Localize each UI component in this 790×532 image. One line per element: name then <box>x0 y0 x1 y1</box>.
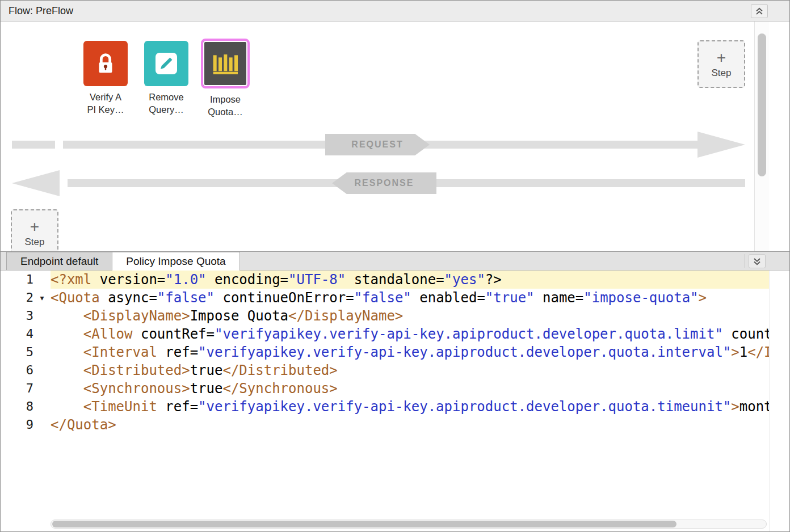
line-gutter: 4 <box>1 325 51 343</box>
collapse-editor-panel-button[interactable] <box>749 254 766 268</box>
request-arrowhead-icon <box>697 132 745 158</box>
horizontal-scrollbar-thumb[interactable] <box>52 521 676 527</box>
fold-spacer <box>33 416 51 434</box>
response-arrowhead-icon <box>12 170 60 196</box>
token-plain <box>51 308 83 324</box>
token-tag: > <box>731 344 739 360</box>
code-text[interactable]: <DisplayName>Impose Quota</DisplayName> <box>51 307 789 325</box>
code-text[interactable]: <Distributed>true</Distributed> <box>51 361 789 379</box>
code-area[interactable]: 1<?xml version="1.0" encoding="UTF-8" st… <box>1 271 789 434</box>
tab-bar-divider <box>745 254 745 268</box>
flow-scrollbar-thumb[interactable] <box>758 33 766 176</box>
line-number: 2 <box>1 289 33 307</box>
code-text[interactable]: <TimeUnit ref="verifyapikey.verify-api-k… <box>51 398 789 416</box>
token-str: "impose-quota" <box>583 290 698 306</box>
token-tag: <DisplayName> <box>83 308 190 324</box>
token-attr: version= <box>100 272 166 288</box>
editor-right-gutter <box>769 271 789 531</box>
token-tag: > <box>731 399 739 415</box>
line-number: 1 <box>1 271 33 289</box>
fold-spacer <box>33 307 51 325</box>
code-line[interactable]: 3 <DisplayName>Impose Quota</DisplayName… <box>1 307 789 325</box>
flow-canvas: Verify A PI Key… Remove Query… <box>1 22 789 251</box>
fold-spacer <box>33 271 51 289</box>
token-tag: <Allow <box>83 326 133 342</box>
code-text[interactable]: </Quota> <box>51 416 789 434</box>
token-text: true <box>190 362 223 378</box>
add-step-button-response[interactable]: + Step <box>11 209 58 251</box>
token-attr: ?> <box>485 272 502 288</box>
horizontal-scrollbar[interactable] <box>51 520 767 529</box>
token-tag: </Distributed> <box>222 362 337 378</box>
fold-spacer <box>33 343 51 361</box>
token-plain <box>51 344 83 360</box>
code-text[interactable]: <?xml version="1.0" encoding="UTF-8" sta… <box>51 271 789 289</box>
editor-tab-bar: Endpoint default Policy Impose Quota <box>1 251 789 271</box>
token-text: Impose Quota <box>190 308 288 324</box>
fold-spacer <box>33 361 51 379</box>
policy-impose-quota[interactable]: Impose Quota… <box>186 41 265 118</box>
tab-policy-impose-quota[interactable]: Policy Impose Quota <box>112 252 239 271</box>
code-line[interactable]: 7 <Synchronous>true</Synchronous> <box>1 379 789 398</box>
code-text[interactable]: <Interval ref="verifyapikey.verify-api-k… <box>51 343 789 361</box>
add-step-button-request[interactable]: + Step <box>697 40 745 88</box>
line-gutter: 1 <box>1 271 51 289</box>
token-attr: count <box>723 326 772 342</box>
pencil-icon <box>153 50 180 77</box>
token-attr: standalone= <box>346 272 444 288</box>
token-tag: <Interval <box>83 344 157 360</box>
token-str: "verifyapikey.verify-api-key.apiproduct.… <box>215 326 723 342</box>
tab-endpoint-default[interactable]: Endpoint default <box>6 252 112 270</box>
fold-spacer <box>33 398 51 416</box>
policy-tile-impose-quota[interactable] <box>201 39 250 88</box>
token-tag: <Distributed> <box>83 362 190 378</box>
code-line[interactable]: 6 <Distributed>true</Distributed> <box>1 361 789 379</box>
token-attr: continueOnError= <box>215 290 354 306</box>
plus-icon: + <box>30 219 39 235</box>
code-text[interactable]: <Allow countRef="verifyapikey.verify-api… <box>51 325 789 343</box>
code-line[interactable]: 5 <Interval ref="verifyapikey.verify-api… <box>1 343 789 361</box>
token-attr: ref= <box>157 399 198 415</box>
collapse-flow-panel-button[interactable] <box>751 4 768 18</box>
token-attr: name= <box>535 290 584 306</box>
code-line[interactable]: 9</Quota> <box>1 416 789 434</box>
line-gutter: 3 <box>1 307 51 325</box>
line-number: 9 <box>1 416 33 434</box>
token-plain <box>51 381 83 396</box>
code-text[interactable]: <Quota async="false" continueOnError="fa… <box>51 289 789 307</box>
line-gutter: 5 <box>1 343 51 361</box>
policy-tile-remove-query-param[interactable] <box>144 41 188 86</box>
token-text: 1 <box>739 344 747 360</box>
token-attr: ref= <box>157 344 198 360</box>
token-tag: </Synchronous> <box>222 381 337 396</box>
token-str: "verifyapikey.verify-api-key.apiproduct.… <box>198 399 731 415</box>
lock-icon <box>93 50 119 77</box>
collapse-down-icon <box>753 257 762 266</box>
token-tag: <TimeUnit <box>83 399 157 415</box>
policy-tile-verify-api-key[interactable] <box>83 41 128 86</box>
token-tag: </Quota> <box>51 417 116 433</box>
line-number: 5 <box>1 343 33 361</box>
fold-arrow-icon[interactable]: ▾ <box>33 289 51 307</box>
token-tag: </DisplayName> <box>288 308 403 324</box>
token-plain <box>51 362 83 378</box>
flow-panel-title: Flow: PreFlow <box>9 5 73 17</box>
quota-bars-icon <box>207 45 243 82</box>
line-gutter: 7 <box>1 379 51 398</box>
line-gutter: 9 <box>1 416 51 434</box>
request-flow-label: REQUEST <box>325 134 430 155</box>
code-line[interactable]: 8 <TimeUnit ref="verifyapikey.verify-api… <box>1 398 789 416</box>
code-text[interactable]: <Synchronous>true</Synchronous> <box>51 379 789 398</box>
code-line[interactable]: 2▾<Quota async="false" continueOnError="… <box>1 289 789 307</box>
line-gutter: 8 <box>1 398 51 416</box>
plus-icon: + <box>717 50 726 66</box>
code-line[interactable]: 1<?xml version="1.0" encoding="UTF-8" st… <box>1 271 789 289</box>
fold-spacer <box>33 379 51 398</box>
flow-scrollbar-track[interactable] <box>754 22 769 251</box>
line-gutter: 6 <box>1 361 51 379</box>
line-number: 8 <box>1 398 33 416</box>
token-attr: async= <box>100 290 157 306</box>
code-editor[interactable]: 1<?xml version="1.0" encoding="UTF-8" st… <box>1 271 789 531</box>
code-line[interactable]: 4 <Allow countRef="verifyapikey.verify-a… <box>1 325 789 343</box>
token-str: "yes" <box>444 272 485 288</box>
